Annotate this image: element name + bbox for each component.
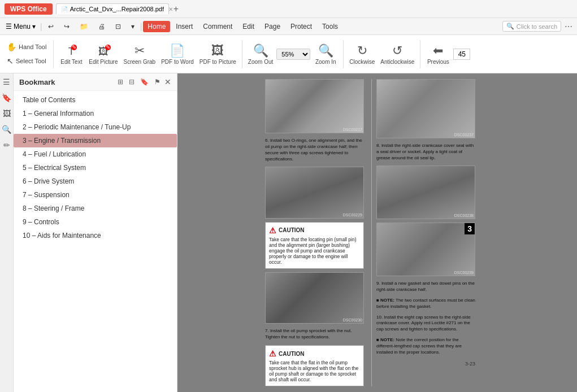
page-section-badge: 3: [465, 223, 475, 234]
bookmark-item-7[interactable]: 7 – Suspension: [14, 188, 177, 202]
more-menu-button[interactable]: ⋯: [562, 21, 575, 32]
divider-2: [242, 40, 242, 68]
open-button[interactable]: 📁: [75, 21, 93, 32]
sidebar-toggle-button[interactable]: ☰: [1, 76, 12, 88]
pdf-to-word-button[interactable]: 📄 PDF to Word: [159, 42, 196, 66]
bookmark-item-toc[interactable]: Table of Contents: [14, 93, 177, 107]
search-icon-button[interactable]: 🔍: [0, 123, 13, 136]
bookmark-item-4[interactable]: 4 – Fuel / Lubrication: [14, 147, 177, 161]
pdf-image-right-1: DSC00237: [376, 79, 475, 138]
tab-bar: 📄 Arctic_Cat_Dvx_...Repair2008.pdf ✕ +: [56, 3, 572, 14]
caution-title-2: CAUTION: [279, 351, 305, 357]
pdf-to-picture-icon: 🖼: [211, 43, 224, 58]
bookmark-item-3[interactable]: 3 – Engine / Transmission: [14, 134, 177, 147]
pdf-to-picture-button[interactable]: 🖼 PDF to Picture: [197, 42, 238, 66]
clockwise-label: Clockwise: [349, 59, 375, 65]
bookmark-item-6[interactable]: 6 – Drive System: [14, 175, 177, 188]
caution-header-1: ⚠ CAUTION: [269, 226, 360, 235]
menu-hamburger[interactable]: ☰ Menu ▾: [2, 21, 39, 32]
file-tab[interactable]: 📄 Arctic_Cat_Dvx_...Repair2008.pdf ✕: [56, 3, 169, 14]
pdf-image-right-3: 3 DSC00239: [376, 223, 475, 276]
pdf-page-label: 3-23: [376, 361, 475, 367]
previous-icon: ⬅: [433, 43, 443, 58]
select-tool-button[interactable]: ↖ Select Tool: [3, 54, 50, 68]
bookmark-close-button[interactable]: ✕: [164, 77, 171, 86]
insert-menu-item[interactable]: Insert: [171, 21, 197, 32]
bookmark-item-9[interactable]: 9 – Controls: [14, 215, 177, 229]
pdf-to-word-label: PDF to Word: [161, 59, 194, 65]
left-icon-strip: ☰ 🔖 🖼 🔍 ✏: [0, 73, 14, 392]
divider: |: [140, 22, 142, 31]
wps-office-button[interactable]: WPS Office: [5, 3, 53, 15]
bookmark-title: Bookmark: [19, 78, 55, 86]
bookmark-item-2[interactable]: 2 – Periodic Maintenance / Tune-Up: [14, 120, 177, 134]
pdf-note-1: ■ NOTE: The two contact surfaces must be…: [376, 298, 475, 310]
screen-grab-label: Screen Grab: [123, 59, 155, 65]
caution-header-2: ⚠ CAUTION: [269, 349, 360, 358]
pdf-image-right-2: DSC00238: [376, 165, 475, 219]
annotation-icon-button[interactable]: ✏: [2, 139, 12, 151]
edit-text-button[interactable]: T✎ Edit Text: [57, 42, 85, 66]
clockwise-button[interactable]: ↻ Clockwise: [347, 42, 377, 66]
column-divider: [371, 79, 372, 386]
separator-icon: |: [40, 22, 42, 31]
thumbnails-icon-button[interactable]: 🖼: [1, 107, 12, 120]
edit-menu-item[interactable]: Edit: [238, 21, 259, 32]
protect-menu-item[interactable]: Protect: [286, 21, 316, 32]
toolbar: ✋ Hand Tool ↖ Select Tool T✎ Edit Text 🖼…: [0, 35, 577, 73]
previous-button[interactable]: ⬅ Previous: [424, 42, 452, 66]
hand-tool-button[interactable]: ✋ Hand Tool: [3, 40, 50, 54]
pdf-content: DSC00217 6. Install two O-rings, one ali…: [265, 79, 489, 386]
bookmark-header: Bookmark ⊞ ⊟ 🔖 ⚑ ✕: [14, 73, 177, 91]
pdf-text-7: 7. Install the oil pump sprocket with th…: [265, 327, 364, 342]
collapse-all-button[interactable]: ⊟: [127, 77, 136, 87]
bookmark-item-10[interactable]: 10 – Aids for Maintenance: [14, 229, 177, 242]
edit-picture-icon: 🖼✎: [98, 43, 109, 58]
pdf-text-10: 10. Install the eight cap screws to the …: [376, 313, 475, 334]
hand-icon: ✋: [7, 42, 16, 51]
edit-picture-label: Edit Picture: [89, 59, 118, 65]
home-menu-item[interactable]: Home: [143, 21, 170, 32]
clockwise-icon: ↻: [357, 43, 367, 58]
previous-label: Previous: [427, 59, 449, 65]
zoom-out-icon: 🔍: [253, 43, 268, 58]
search-bar[interactable]: 🔍 Click to search: [502, 21, 561, 32]
bookmark-item-5[interactable]: 5 – Electrical System: [14, 161, 177, 175]
bookmark-add-button[interactable]: 🔖: [138, 77, 150, 87]
caution-box-2: ⚠ CAUTION Take care that the flat in the…: [265, 345, 364, 386]
screen-grab-button[interactable]: ✂ Screen Grab: [121, 42, 158, 66]
pdf-left-column: DSC00217 6. Install two O-rings, one ali…: [265, 79, 367, 386]
bookmark-actions: ⊞ ⊟ 🔖 ⚑ ✕: [116, 77, 171, 87]
bookmark-icon-button[interactable]: 🔖: [0, 92, 13, 104]
zoom-out-button[interactable]: 🔍 Zoom Out: [246, 42, 275, 66]
main-layout: ☰ 🔖 🖼 🔍 ✏ Bookmark ⊞ ⊟ 🔖 ⚑ ✕ Table of Co…: [0, 73, 577, 392]
pdf-note-2: ■ NOTE: Note the correct position for th…: [376, 337, 475, 355]
undo-button[interactable]: ↩: [44, 21, 58, 32]
edit-text-icon: T✎: [68, 43, 75, 58]
caution-text-1: Take care that the locating pin (small p…: [269, 237, 360, 265]
fit-page-button[interactable]: ⊡: [111, 21, 125, 32]
more-options-button[interactable]: ▾: [127, 21, 139, 32]
page-number-input[interactable]: 45: [453, 49, 470, 60]
screen-grab-icon: ✂: [135, 43, 145, 58]
search-placeholder: Click to search: [517, 23, 557, 30]
title-bar: WPS Office 📄 Arctic_Cat_Dvx_...Repair200…: [0, 0, 577, 18]
bookmark-item-8[interactable]: 8 – Steering / Frame: [14, 202, 177, 215]
zoom-in-button[interactable]: 🔍 Zoom In: [311, 42, 340, 66]
tools-menu-item[interactable]: Tools: [318, 21, 342, 32]
page-menu-item[interactable]: Page: [260, 21, 285, 32]
bookmark-item-1[interactable]: 1 – General Information: [14, 107, 177, 120]
bookmark-panel: Bookmark ⊞ ⊟ 🔖 ⚑ ✕ Table of Contents 1 –…: [14, 73, 177, 392]
pdf-viewer[interactable]: DSC00217 6. Install two O-rings, one ali…: [177, 73, 577, 392]
edit-picture-button[interactable]: 🖼✎ Edit Picture: [86, 42, 120, 66]
expand-all-button[interactable]: ⊞: [116, 77, 125, 87]
redo-button[interactable]: ↪: [59, 21, 74, 32]
add-tab-button[interactable]: +: [171, 4, 181, 14]
pdf-text-8: 8. Install the right-side crankcase cove…: [376, 142, 475, 162]
bookmark-options-button[interactable]: ⚑: [153, 77, 162, 87]
zoom-select[interactable]: 55%75%100%125%150%: [276, 49, 310, 60]
edit-text-label: Edit Text: [60, 59, 82, 65]
comment-menu-item[interactable]: Comment: [198, 21, 237, 32]
print-button[interactable]: 🖨: [94, 21, 110, 32]
anticlockwise-button[interactable]: ↺ Anticlockwise: [378, 42, 417, 66]
